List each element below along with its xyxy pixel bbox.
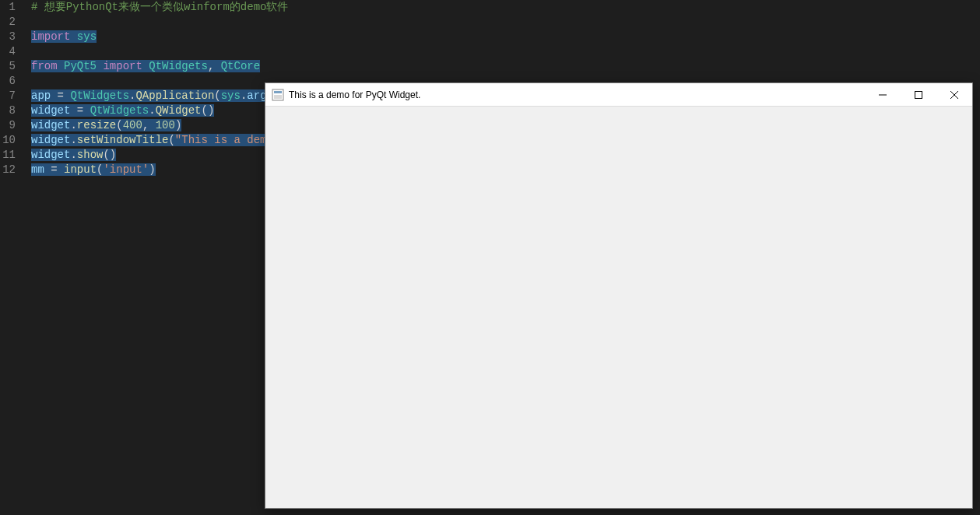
code-token: , bbox=[142, 119, 156, 131]
window-title: This is a demo for PyQt Widget. bbox=[289, 89, 865, 100]
line-number: 12 bbox=[0, 163, 16, 177]
code-token: QtWidgets bbox=[149, 60, 208, 72]
line-number-gutter: 123456789101112 bbox=[0, 0, 23, 515]
code-token: . bbox=[70, 119, 76, 131]
code-token: # 想要PythonQt来做一个类似winform的demo软件 bbox=[31, 1, 288, 13]
code-token: show bbox=[77, 149, 104, 161]
code-token: QtCore bbox=[221, 60, 260, 72]
code-token: QtWidgets bbox=[70, 89, 129, 102]
code-token: = bbox=[70, 104, 90, 117]
code-token: mm bbox=[31, 163, 44, 176]
code-token: PyQt5 bbox=[64, 60, 97, 72]
svg-rect-4 bbox=[915, 92, 922, 99]
line-number: 11 bbox=[0, 148, 16, 163]
code-token: ) bbox=[149, 163, 155, 176]
code-line[interactable]: import sys bbox=[31, 30, 980, 44]
line-number: 10 bbox=[0, 133, 16, 148]
code-token: = bbox=[44, 163, 64, 176]
app-icon bbox=[272, 89, 284, 101]
code-token: from bbox=[31, 60, 58, 72]
code-token: ( bbox=[116, 119, 122, 131]
code-token: QApplication bbox=[135, 89, 214, 102]
code-token: 'input' bbox=[103, 163, 149, 176]
code-token: widget bbox=[31, 149, 70, 161]
code-token: widget bbox=[31, 104, 70, 117]
code-token: ( bbox=[214, 89, 220, 102]
code-token: resize bbox=[77, 119, 116, 131]
code-token: ) bbox=[175, 119, 181, 131]
code-token: QtWidgets bbox=[90, 104, 149, 117]
code-token: import bbox=[103, 60, 142, 72]
code-token: app bbox=[31, 89, 51, 102]
pyqt-window[interactable]: This is a demo for PyQt Widget. bbox=[265, 82, 973, 509]
line-number: 8 bbox=[0, 103, 16, 118]
code-token: 400 bbox=[123, 119, 142, 131]
code-token: input bbox=[64, 163, 97, 176]
code-token: 100 bbox=[156, 119, 175, 131]
code-token: import bbox=[31, 30, 70, 43]
code-line[interactable] bbox=[31, 15, 980, 30]
code-token: setWindowTitle bbox=[77, 134, 169, 146]
line-number: 5 bbox=[0, 59, 16, 74]
minimize-button[interactable] bbox=[865, 83, 901, 107]
line-number: 9 bbox=[0, 118, 16, 133]
code-token: . bbox=[70, 134, 76, 146]
window-controls bbox=[865, 83, 972, 106]
code-token: sys bbox=[77, 30, 97, 43]
code-line[interactable]: # 想要PythonQt来做一个类似winform的demo软件 bbox=[31, 0, 980, 15]
line-number: 2 bbox=[0, 15, 16, 30]
code-line[interactable]: from PyQt5 import QtWidgets, QtCore bbox=[31, 59, 980, 74]
line-number: 6 bbox=[0, 74, 16, 89]
close-button[interactable] bbox=[936, 83, 972, 107]
code-token bbox=[58, 60, 64, 72]
window-titlebar[interactable]: This is a demo for PyQt Widget. bbox=[265, 83, 972, 107]
line-number: 7 bbox=[0, 89, 16, 103]
code-token: widget bbox=[31, 119, 70, 131]
window-body[interactable] bbox=[265, 107, 972, 508]
code-token: . bbox=[70, 149, 76, 161]
code-token bbox=[70, 30, 76, 43]
maximize-button[interactable] bbox=[901, 83, 936, 107]
svg-rect-2 bbox=[274, 95, 282, 99]
code-token: widget bbox=[31, 134, 70, 146]
code-token: = bbox=[51, 89, 70, 102]
code-token bbox=[142, 60, 149, 72]
code-token: . bbox=[149, 104, 155, 117]
code-token: , bbox=[208, 60, 221, 72]
code-token: () bbox=[201, 104, 214, 117]
line-number: 1 bbox=[0, 0, 16, 15]
line-number: 4 bbox=[0, 44, 16, 59]
code-token: sys bbox=[221, 89, 241, 102]
code-token: ( bbox=[168, 134, 174, 146]
code-token: () bbox=[103, 149, 116, 161]
svg-rect-1 bbox=[274, 91, 282, 93]
line-number: 3 bbox=[0, 30, 16, 44]
code-token: QWidget bbox=[156, 104, 202, 117]
code-line[interactable] bbox=[31, 44, 980, 59]
